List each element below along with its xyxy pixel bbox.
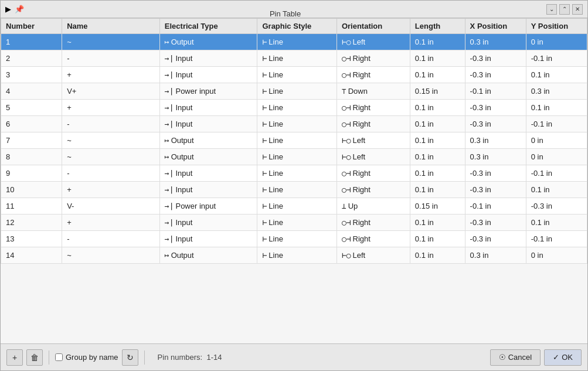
cell-number: 7 [1,132,62,149]
cell-x-position: 0.3 in [465,247,526,264]
group-by-name-label[interactable]: Group by name [55,353,118,362]
col-header-number[interactable]: Number [1,19,62,34]
title-bar-controls: ⌄ ⌃ ✕ [546,4,583,15]
cell-number: 8 [1,149,62,165]
cell-length: 0.1 in [410,116,465,132]
col-header-graphic-style[interactable]: Graphic Style [257,19,337,34]
table-row[interactable]: 8~↦Output⊢Line⊢○Left0.1 in0.3 in0 in [1,149,587,165]
cell-length: 0.15 in [410,83,465,100]
cell-orientation: ○⊣Right [337,215,410,231]
table-header-row: Number Name Electrical Type Graphic Styl… [1,19,587,34]
cell-elec-type: ↦Output [159,132,257,149]
close-btn[interactable]: ✕ [572,4,583,15]
table-row[interactable]: 7~↦Output⊢Line⊢○Left0.1 in0.3 in0 in [1,132,587,149]
cell-name: + [62,67,160,83]
table-row[interactable]: 3+→|Input⊢Line○⊣Right0.1 in-0.3 in0.1 in [1,67,587,83]
cell-number: 5 [1,100,62,116]
chevron-down-btn[interactable]: ⌄ [546,4,557,15]
cell-length: 0.1 in [410,165,465,182]
pin-icon: 📌 [15,5,24,13]
refresh-button[interactable]: ↻ [122,349,138,366]
cell-length: 0.1 in [410,231,465,247]
cell-y-position: -0.1 in [526,231,587,247]
cell-x-position: 0.3 in [465,132,526,149]
cell-x-position: -0.3 in [465,182,526,198]
cell-y-position: 0.1 in [526,215,587,231]
delete-pin-button[interactable]: 🗑 [26,349,43,366]
table-row[interactable]: 12+→|Input⊢Line○⊣Right0.1 in-0.3 in0.1 i… [1,215,587,231]
cell-number: 1 [1,34,62,50]
table-row[interactable]: 4V+→|Power input⊢Line⊤Down0.15 in-0.1 in… [1,83,587,100]
table-row[interactable]: 1~↦Output⊢Line⊢○Left0.1 in0.3 in0 in [1,34,587,50]
table-row[interactable]: 13-→|Input⊢Line○⊣Right0.1 in-0.3 in-0.1 … [1,231,587,247]
cell-name: - [62,116,160,132]
cell-number: 14 [1,247,62,264]
cell-orientation: ⊢○Left [337,34,410,50]
table-row[interactable]: 11V-→|Power input⊢Line⊥Up0.15 in-0.1 in-… [1,198,587,215]
cell-orientation: ○⊣Right [337,165,410,182]
cell-y-position: 0.1 in [526,100,587,116]
table-row[interactable]: 6-→|Input⊢Line○⊣Right0.1 in-0.3 in-0.1 i… [1,116,587,132]
cell-elec-type: →|Input [159,182,257,198]
table-row[interactable]: 10+→|Input⊢Line○⊣Right0.1 in-0.3 in0.1 i… [1,182,587,198]
cell-graphic-style: ⊢Line [257,34,337,50]
cell-orientation: ⊤Down [337,83,410,100]
cell-length: 0.1 in [410,247,465,264]
col-header-name[interactable]: Name [62,19,160,34]
cell-length: 0.1 in [410,182,465,198]
cell-number: 6 [1,116,62,132]
cell-x-position: -0.3 in [465,100,526,116]
cell-orientation: ⊢○Left [337,132,410,149]
table-container[interactable]: Number Name Electrical Type Graphic Styl… [1,18,587,343]
cell-length: 0.15 in [410,198,465,215]
col-header-y-position[interactable]: Y Position [526,19,587,34]
cell-y-position: -0.1 in [526,116,587,132]
cell-elec-type: →|Input [159,165,257,182]
cell-name: ~ [62,132,160,149]
cell-x-position: 0.3 in [465,34,526,50]
group-by-name-checkbox[interactable] [55,353,63,361]
col-header-length[interactable]: Length [410,19,465,34]
ok-button[interactable]: ✓ OK [544,349,582,366]
col-header-orientation[interactable]: Orientation [337,19,410,34]
table-row[interactable]: 14~↦Output⊢Line⊢○Left0.1 in0.3 in0 in [1,247,587,264]
cell-name: - [62,50,160,67]
window-title: Pin Table [24,9,546,18]
cell-orientation: ⊢○Left [337,247,410,264]
cell-orientation: ○⊣Right [337,100,410,116]
ok-check-icon: ✓ [553,353,559,362]
cell-length: 0.1 in [410,67,465,83]
cell-name: - [62,165,160,182]
cell-elec-type: →|Input [159,215,257,231]
cell-graphic-style: ⊢Line [257,165,337,182]
cell-orientation: ○⊣Right [337,116,410,132]
cell-x-position: -0.1 in [465,198,526,215]
cell-number: 4 [1,83,62,100]
col-header-x-position[interactable]: X Position [465,19,526,34]
cell-elec-type: →|Input [159,116,257,132]
cell-number: 3 [1,67,62,83]
cell-y-position: -0.1 in [526,165,587,182]
chevron-up-btn[interactable]: ⌃ [559,4,570,15]
content-area: Number Name Electrical Type Graphic Styl… [1,18,587,343]
separator-2 [144,350,145,365]
cell-orientation: ○⊣Right [337,182,410,198]
table-row[interactable]: 9-→|Input⊢Line○⊣Right0.1 in-0.3 in-0.1 i… [1,165,587,182]
cell-graphic-style: ⊢Line [257,67,337,83]
cell-orientation: ○⊣Right [337,231,410,247]
cell-number: 9 [1,165,62,182]
cell-graphic-style: ⊢Line [257,247,337,264]
table-row[interactable]: 5+→|Input⊢Line○⊣Right0.1 in-0.3 in0.1 in [1,100,587,116]
cell-elec-type: →|Input [159,100,257,116]
trash-icon: 🗑 [30,353,39,362]
add-pin-button[interactable]: + [6,349,23,366]
cell-x-position: 0.3 in [465,149,526,165]
cell-y-position: 0.1 in [526,182,587,198]
cell-length: 0.1 in [410,149,465,165]
table-row[interactable]: 2-→|Input⊢Line○⊣Right0.1 in-0.3 in-0.1 i… [1,50,587,67]
cell-y-position: 0 in [526,132,587,149]
cell-elec-type: →|Input [159,50,257,67]
col-header-elec-type[interactable]: Electrical Type [159,19,257,34]
pin-table: Number Name Electrical Type Graphic Styl… [1,18,587,264]
cancel-button[interactable]: ☉ Cancel [490,349,541,366]
